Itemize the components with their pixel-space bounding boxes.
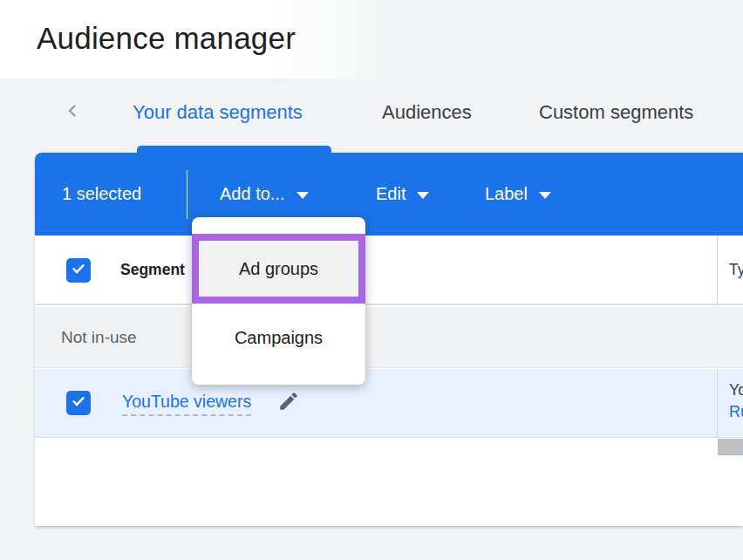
title-band: Audience manager	[0, 0, 743, 79]
table-header-row: Segment Ty	[35, 236, 743, 305]
edit-menu-label: Edit	[376, 184, 406, 204]
tab-custom-segments[interactable]: Custom segments	[539, 101, 693, 124]
add-to-menu-label: Add to...	[220, 184, 285, 204]
column-header-type: Ty	[718, 261, 743, 279]
segments-table-card: 1 selected Add to... Edit Label Segment …	[35, 153, 743, 526]
type-column-header-cell: Ty	[717, 236, 743, 304]
segment-name-link[interactable]: YouTube viewers	[122, 392, 251, 416]
group-row-not-in-use: Not in-use	[35, 307, 743, 368]
type-cell: Yo Ru	[717, 369, 743, 437]
dropdown-item-label: Ad groups	[239, 259, 318, 279]
label-menu-button[interactable]: Label	[485, 153, 551, 236]
checkmark-icon	[70, 260, 87, 281]
label-menu-label: Label	[485, 184, 528, 204]
pencil-icon	[277, 390, 300, 416]
edit-menu-button[interactable]: Edit	[376, 153, 429, 236]
tab-strip: Your data segments Audiences Custom segm…	[0, 79, 743, 153]
page-title: Audience manager	[37, 21, 296, 56]
chevron-down-icon	[539, 192, 551, 199]
group-row-label: Not in-use	[61, 328, 137, 347]
chevron-down-icon	[297, 192, 309, 199]
row-checkbox[interactable]	[66, 391, 91, 415]
dropdown-item-campaigns[interactable]: Campaigns	[192, 310, 365, 365]
dropdown-item-ad-groups[interactable]: Ad groups	[192, 234, 365, 304]
edit-segment-button[interactable]	[276, 390, 302, 416]
tab-your-data-segments[interactable]: Your data segments	[133, 101, 303, 124]
chevron-down-icon	[417, 192, 429, 199]
checkmark-icon	[70, 393, 87, 413]
type-cell-line1: Yo	[729, 379, 743, 401]
back-button[interactable]	[58, 98, 87, 127]
tab-audiences[interactable]: Audiences	[382, 101, 472, 124]
select-all-checkbox[interactable]	[66, 258, 91, 283]
chevron-left-icon	[60, 99, 85, 126]
type-cell-line2: Ru	[729, 401, 743, 423]
column-header-segment: Segment	[120, 236, 185, 304]
table-row[interactable]: YouTube viewers Yo Ru	[35, 369, 743, 438]
selection-count: 1 selected	[62, 153, 141, 236]
bulk-action-bar: 1 selected Add to... Edit Label	[35, 153, 743, 236]
action-bar-divider	[187, 170, 187, 219]
scrollbar-thumb[interactable]	[718, 439, 743, 455]
dropdown-item-label: Campaigns	[235, 328, 323, 348]
add-to-dropdown-menu: Ad groups Campaigns	[192, 217, 365, 385]
